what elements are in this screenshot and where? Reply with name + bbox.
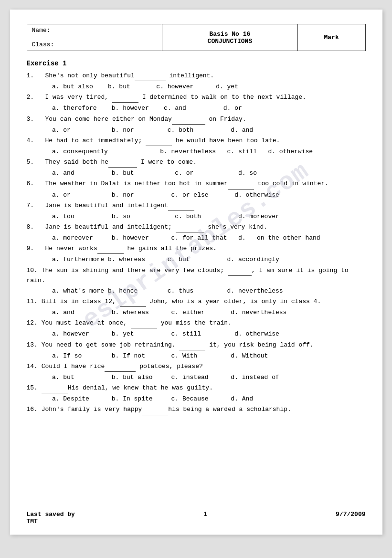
q10-text: 10. The sun is shining and there are ver…: [27, 266, 366, 285]
q16-text: 16. John's family is very happy his bein…: [27, 405, 366, 415]
basis-cell: Basis No 16 CONJUNCTIONS: [162, 24, 298, 51]
page-number: 1: [203, 511, 207, 525]
q1-options: a. but also b. but c. however d. yet: [27, 82, 366, 92]
q2-options: a. therefore b. however c. and d. or: [27, 104, 366, 113]
page: eslprintables.com Name: Class: Basis No …: [10, 10, 382, 535]
name-label: Name:: [32, 27, 51, 34]
q10-options: a. what's more b. hence c. thus d. never…: [27, 286, 366, 296]
q15-text: 15. His denial, we knew that he was guil…: [27, 383, 366, 393]
conjunctions-title: CONJUNCTIONS: [167, 38, 293, 45]
q12-text: 12. You must leave at once, you miss the…: [27, 318, 366, 328]
basis-title: Basis No 16: [167, 31, 293, 38]
mark-cell: Mark: [297, 24, 365, 51]
q2-text: 2. I was very tired, I determined to wal…: [27, 93, 366, 103]
q6-options: a. or b. nor c. or else d. otherwise: [27, 190, 366, 200]
q7-text: 7. Jane is beautiful and intelligent: [27, 201, 366, 211]
date: 9/7/2009: [336, 511, 365, 525]
footer: Last saved byTMT 1 9/7/2009: [27, 511, 366, 525]
q7-options: a. too b. so c. both d. moreover: [27, 212, 366, 221]
q13-text: 13. You need to get some job retraining.…: [27, 340, 366, 350]
q13-options: a. If so b. If not c. With d. Without: [27, 351, 366, 361]
q15-options: a. Despite b. In spite c. Because d. And: [27, 394, 366, 404]
questions-content: 1. She's not only beautiful intelligent.…: [27, 71, 366, 415]
q9-text: 9. He never works he gains all the prize…: [27, 244, 366, 254]
saved-by: Last saved byTMT: [27, 511, 75, 525]
q4-options: a. consequently b. nevertheless c. still…: [27, 147, 366, 157]
header-table: Name: Class: Basis No 16 CONJUNCTIONS Ma…: [27, 24, 366, 51]
q8-options: a. moreover b. however c. for all that d…: [27, 233, 366, 243]
q6-text: 6. The weather in Dalat is neither too h…: [27, 179, 366, 189]
q11-options: a. and b. whereas c. either d. neverthel…: [27, 308, 366, 317]
q14-text: 14. Could I have rice potatoes, please?: [27, 362, 366, 372]
q3-options: a. or b. nor c. both d. and: [27, 126, 366, 135]
q8-text: 8. Jane is beautiful and intelligent; sh…: [27, 222, 366, 232]
q9-options: a. furthermore b. whereas c. but d. acco…: [27, 255, 366, 264]
q1-text: 1. She's not only beautiful intelligent.: [27, 71, 366, 81]
mark-label: Mark: [324, 34, 339, 41]
q5-text: 5. They said both he I were to come.: [27, 158, 366, 168]
name-cell: Name: Class:: [27, 24, 162, 51]
exercise-title: Exercise 1: [27, 60, 366, 67]
q5-options: a. and b. but c. or d. so: [27, 168, 366, 178]
q3-text: 3. You can come here either on Monday on…: [27, 115, 366, 125]
class-label: Class:: [32, 41, 54, 48]
q12-options: a. however b. yet c. still d. otherwise: [27, 329, 366, 339]
q14-options: a. but b. but also c. instead d. instead…: [27, 373, 366, 382]
q4-text: 4. He had to act immediately; he would h…: [27, 136, 366, 146]
q11-text: 11. Bill is in class 12, John, who is a …: [27, 297, 366, 307]
